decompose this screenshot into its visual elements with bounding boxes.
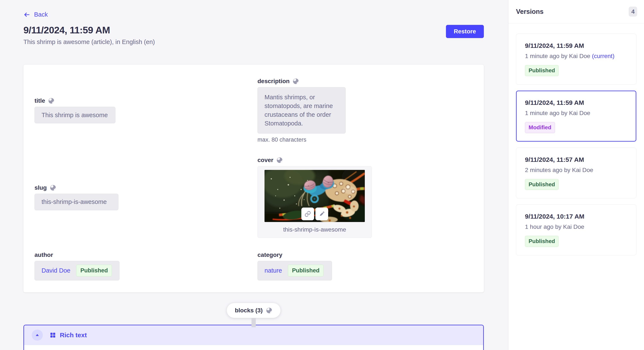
category-label: category: [258, 252, 282, 258]
page-header: 9/11/2024, 11:59 AM This shrimp is aweso…: [24, 24, 484, 45]
back-label: Back: [34, 11, 48, 18]
version-list: 9/11/2024, 11:59 AM 1 minute ago by Kai …: [508, 23, 644, 266]
page-subtitle: This shrimp is awesome (article), in Eng…: [24, 38, 155, 45]
version-card[interactable]: 9/11/2024, 11:57 AM 2 minutes ago by Kai…: [516, 148, 636, 199]
version-meta-text: 2 minutes ago by Kai Doe: [525, 167, 593, 173]
version-status-badge: Published: [525, 65, 558, 76]
slug-label: slug: [34, 184, 47, 191]
main-content: Back 9/11/2024, 11:59 AM This shrimp is …: [0, 0, 508, 350]
author-label: author: [34, 252, 53, 258]
rich-text-block-header: Rich text: [24, 325, 483, 345]
globe-icon: [266, 307, 272, 314]
link-icon: [304, 210, 311, 217]
pencil-icon: [318, 211, 325, 217]
version-meta-text: 1 minute ago by Kai Doe: [525, 53, 592, 59]
description-field: description Mantis shrimps, or stomatopo…: [254, 78, 473, 143]
description-textarea: Mantis shrimps, or stomatopods, are mari…: [258, 87, 346, 134]
history-page: Back 9/11/2024, 11:59 AM This shrimp is …: [0, 0, 644, 350]
slug-field: slug this-shrimp-is-awesome: [34, 157, 254, 238]
category-relation-box: nature Published: [258, 261, 332, 280]
rich-text-block: Rich text body: [24, 325, 484, 350]
version-card[interactable]: 9/11/2024, 10:17 AM 1 hour ago by Kai Do…: [516, 204, 636, 255]
cover-card: this-shrimp-is-awesome: [258, 166, 372, 238]
version-meta: 1 minute ago by Kai Doe (current): [525, 53, 628, 59]
version-status-badge: Published: [525, 236, 558, 247]
blocks-connector: [252, 318, 256, 327]
copy-link-button[interactable]: [301, 207, 314, 220]
blocks-pill: blocks (3): [227, 303, 281, 318]
category-status-badge: Published: [288, 265, 324, 276]
back-arrow-icon: [24, 11, 30, 18]
versions-title: Versions: [516, 8, 544, 15]
slug-input: this-shrimp-is-awesome: [34, 194, 118, 210]
title-field: title This shrimp is awesome: [34, 78, 254, 143]
globe-icon: [48, 98, 54, 104]
version-card[interactable]: 9/11/2024, 11:59 AM 1 minute ago by Kai …: [516, 91, 636, 142]
restore-button[interactable]: Restore: [446, 25, 484, 38]
author-field: author David Doe Published: [34, 252, 254, 280]
version-status-badge: Modified: [525, 122, 555, 133]
title-label: title: [34, 97, 45, 104]
version-date: 9/11/2024, 10:17 AM: [525, 213, 628, 220]
version-meta: 2 minutes ago by Kai Doe: [525, 167, 628, 174]
version-card[interactable]: 9/11/2024, 11:59 AM 1 minute ago by Kai …: [516, 34, 636, 85]
version-meta-text: 1 minute ago by Kai Doe: [525, 110, 590, 116]
version-meta: 1 hour ago by Kai Doe: [525, 223, 628, 230]
cover-caption: this-shrimp-is-awesome: [283, 226, 346, 233]
version-meta-text: 1 hour ago by Kai Doe: [525, 223, 584, 230]
versions-header: Versions 4: [508, 0, 644, 23]
version-date: 9/11/2024, 11:57 AM: [525, 156, 628, 163]
globe-icon: [292, 78, 299, 84]
edit-image-button[interactable]: [316, 207, 328, 220]
author-status-badge: Published: [76, 265, 112, 276]
entry-fields-card: title This shrimp is awesome description…: [24, 65, 484, 292]
description-label: description: [258, 78, 290, 85]
version-current-label: (current): [592, 53, 614, 59]
version-status-badge: Published: [525, 179, 558, 190]
version-date: 9/11/2024, 11:59 AM: [525, 42, 628, 49]
block-title: Rich text: [60, 332, 87, 339]
description-hint: max. 80 characters: [258, 137, 473, 143]
globe-icon: [50, 184, 56, 191]
version-date: 9/11/2024, 11:59 AM: [525, 99, 628, 106]
title-input: This shrimp is awesome: [34, 107, 116, 123]
cover-actions: [301, 207, 328, 220]
rich-text-block-body: body: [24, 345, 483, 350]
blocks-zone-header: blocks (3): [24, 303, 484, 318]
versions-count-badge: 4: [629, 6, 637, 16]
author-relation-link[interactable]: David Doe: [42, 267, 70, 274]
category-field: category nature Published: [254, 252, 473, 280]
caret-up-icon: [35, 333, 40, 338]
collapse-block-button[interactable]: [32, 330, 43, 341]
version-meta: 1 minute ago by Kai Doe: [525, 110, 628, 117]
back-link[interactable]: Back: [24, 11, 48, 18]
versions-sidebar: Versions 4 9/11/2024, 11:59 AM 1 minute …: [508, 0, 644, 350]
grid-icon: [50, 332, 56, 338]
category-relation-link[interactable]: nature: [264, 267, 282, 274]
author-relation-box: David Doe Published: [34, 261, 120, 280]
page-title: 9/11/2024, 11:59 AM: [24, 24, 155, 36]
cover-label: cover: [258, 157, 274, 164]
blocks-pill-label: blocks (3): [235, 307, 263, 314]
cover-field: cover: [254, 157, 473, 238]
globe-icon: [276, 157, 283, 163]
cover-image: [264, 170, 365, 222]
